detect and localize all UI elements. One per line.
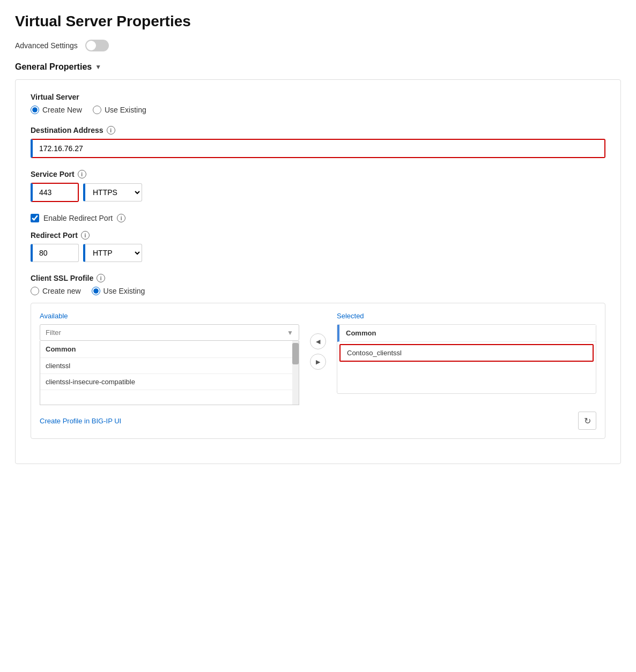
page-title: Virtual Server Properties (15, 13, 621, 30)
selected-group-common: Common (337, 325, 596, 342)
ssl-columns: Available ▼ Common clientssl clientssl-i… (40, 312, 596, 405)
enable-redirect-port-label: Enable Redirect Port (43, 214, 113, 222)
virtual-server-create-new[interactable]: Create New (31, 106, 82, 114)
destination-address-input[interactable] (31, 139, 605, 158)
redirect-port-field: Redirect Port i HTTP HTTPS OTHER (31, 231, 605, 262)
refresh-button[interactable]: ↻ (578, 412, 596, 430)
ssl-available-label: Available (40, 312, 299, 320)
virtual-server-create-new-label: Create New (42, 106, 82, 114)
general-properties-label: General Properties (15, 62, 92, 72)
enable-redirect-port-info-icon: i (117, 214, 125, 222)
client-ssl-use-existing-label: Use Existing (103, 287, 145, 295)
advanced-settings-toggle[interactable] (85, 40, 109, 51)
redirect-port-info-icon: i (81, 231, 90, 240)
client-ssl-use-existing[interactable]: Use Existing (92, 287, 145, 295)
filter-row: ▼ (40, 324, 299, 341)
list-scrollbar[interactable] (292, 341, 299, 405)
advanced-settings-row: Advanced Settings (15, 40, 621, 51)
destination-address-input-wrapper (31, 139, 605, 158)
virtual-server-label: Virtual Server (31, 93, 605, 101)
general-properties-panel: Virtual Server Create New Use Existing D… (15, 79, 621, 464)
selected-item-contoso[interactable]: Contoso_clientssl (339, 344, 594, 362)
destination-address-label: Destination Address i (31, 126, 605, 135)
destination-address-field: Destination Address i (31, 126, 605, 158)
client-ssl-profile-label: Client SSL Profile i (31, 274, 605, 282)
filter-icon: ▼ (282, 325, 299, 340)
ssl-available-list-inner: Common clientssl clientssl-insecure-comp… (40, 341, 299, 390)
general-properties-header[interactable]: General Properties ▼ (15, 62, 621, 72)
ssl-selected-box: Common Contoso_clientssl (337, 324, 596, 394)
create-profile-row: Create Profile in BIG-IP UI ↻ (40, 412, 596, 430)
ssl-available-list: Common clientssl clientssl-insecure-comp… (40, 341, 299, 405)
chevron-down-icon: ▼ (95, 63, 101, 71)
service-port-row: HTTPS HTTP OTHER (31, 183, 605, 202)
ssl-selected-column: Selected Common Contoso_clientssl (337, 312, 596, 394)
virtual-server-create-new-radio[interactable] (31, 106, 39, 114)
virtual-server-field: Virtual Server Create New Use Existing (31, 93, 605, 114)
client-ssl-profile-field: Client SSL Profile i Create new Use Exis… (31, 274, 605, 439)
ssl-filter-input[interactable] (40, 325, 282, 340)
advanced-settings-label: Advanced Settings (15, 41, 78, 50)
service-port-input[interactable] (31, 183, 79, 202)
ssl-selected-label: Selected (337, 312, 596, 320)
list-item-clientssl[interactable]: clientssl (40, 358, 299, 374)
service-port-info-icon: i (78, 170, 86, 178)
client-ssl-create-new-radio[interactable] (31, 287, 39, 295)
destination-address-info-icon: i (107, 126, 115, 135)
service-port-label: Service Port i (31, 170, 605, 178)
enable-redirect-port-row[interactable]: Enable Redirect Port i (31, 214, 605, 222)
ssl-panel: Available ▼ Common clientssl clientssl-i… (31, 303, 605, 439)
redirect-port-row: HTTP HTTPS OTHER (31, 244, 605, 262)
ssl-move-controls: ◀ ▶ (310, 312, 326, 370)
virtual-server-use-existing-radio[interactable] (93, 106, 101, 114)
redirect-port-input[interactable] (31, 244, 79, 262)
enable-redirect-port-checkbox[interactable] (31, 214, 39, 222)
create-profile-link[interactable]: Create Profile in BIG-IP UI (40, 417, 121, 425)
move-left-button[interactable]: ◀ (310, 333, 326, 349)
service-port-protocol-select[interactable]: HTTPS HTTP OTHER (83, 183, 142, 201)
virtual-server-use-existing[interactable]: Use Existing (93, 106, 146, 114)
list-scrollbar-thumb (292, 343, 299, 364)
ssl-available-column: Available ▼ Common clientssl clientssl-i… (40, 312, 299, 405)
redirect-port-label: Redirect Port i (31, 231, 605, 240)
available-group-common: Common (40, 341, 299, 358)
client-ssl-create-new-label: Create new (42, 287, 81, 295)
redirect-port-protocol-select[interactable]: HTTP HTTPS OTHER (83, 244, 142, 262)
client-ssl-profile-radio-group: Create new Use Existing (31, 287, 605, 295)
virtual-server-use-existing-label: Use Existing (105, 106, 146, 114)
client-ssl-create-new[interactable]: Create new (31, 287, 81, 295)
list-item-clientssl-insecure[interactable]: clientssl-insecure-compatible (40, 374, 299, 390)
client-ssl-use-existing-radio[interactable] (92, 287, 100, 295)
move-right-button[interactable]: ▶ (310, 354, 326, 370)
virtual-server-radio-group: Create New Use Existing (31, 106, 605, 114)
client-ssl-profile-info-icon: i (97, 274, 105, 282)
service-port-field: Service Port i HTTPS HTTP OTHER (31, 170, 605, 202)
